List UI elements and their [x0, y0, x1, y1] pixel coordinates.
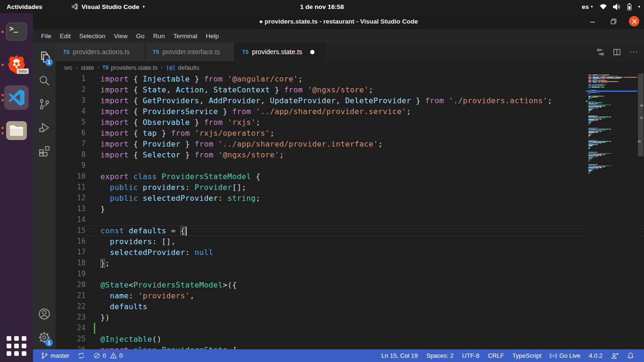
line-number[interactable]: 26	[56, 345, 86, 349]
code-line-12[interactable]: 12 public selectedProvider: string;	[56, 193, 644, 204]
status-notifications[interactable]	[624, 349, 637, 362]
status-errors[interactable]: 0	[90, 349, 107, 362]
more-actions-icon[interactable]: ···	[629, 48, 638, 56]
code-line-15[interactable]: 15 const defaults = {	[56, 225, 644, 236]
source-control-icon[interactable]	[33, 92, 56, 116]
menu-item-go[interactable]: Go	[132, 31, 149, 41]
line-number[interactable]: 16	[56, 236, 86, 247]
code-line-24[interactable]: 24	[56, 323, 644, 334]
title-bar[interactable]: ● providers.state.ts - restaurant - Visu…	[33, 13, 644, 29]
minimap[interactable]	[586, 74, 637, 349]
minimize-button[interactable]	[587, 16, 598, 26]
line-number[interactable]: 12	[56, 193, 86, 204]
settings-gear-icon[interactable]: 1	[33, 326, 56, 349]
line-number[interactable]: 11	[56, 182, 86, 193]
line-number[interactable]: 6	[56, 128, 86, 139]
menu-item-edit[interactable]: Edit	[56, 31, 75, 41]
status-encoding[interactable]: UTF-8	[459, 349, 483, 362]
scrollbar[interactable]	[637, 74, 644, 349]
split-editor-icon[interactable]	[613, 48, 621, 56]
code-line-23[interactable]: 23 })	[56, 312, 644, 323]
code-line-13[interactable]: 13 }	[56, 204, 644, 214]
line-number[interactable]: 2	[56, 84, 86, 95]
line-number[interactable]: 18	[56, 258, 86, 269]
account-icon[interactable]	[33, 302, 56, 326]
line-number[interactable]: 20	[56, 280, 86, 290]
line-number[interactable]: 22	[56, 301, 86, 312]
code-line-10[interactable]: 10 export class ProvidersStateModel {	[56, 171, 644, 182]
menu-item-run[interactable]: Run	[149, 31, 169, 41]
keyboard-layout-indicator[interactable]: es ▾	[582, 3, 593, 10]
code-line-8[interactable]: 8 import { Selector } from '@ngxs/store'…	[56, 149, 644, 160]
run-debug-icon[interactable]	[33, 116, 56, 140]
dock-item-terminal[interactable]: >_	[0, 17, 33, 46]
code-line-9[interactable]: 9	[56, 160, 644, 171]
code-line-11[interactable]: 11 public providers: Provider[];	[56, 182, 644, 193]
code-line-3[interactable]: 3 import { GetProviders, AddProvider, Up…	[56, 95, 644, 106]
system-tray[interactable]: ▾	[599, 3, 640, 11]
status-warnings[interactable]: 0	[109, 349, 126, 362]
line-number[interactable]: 21	[56, 290, 86, 301]
breadcrumb-providers-state-ts[interactable]: TSproviders.state.ts	[103, 64, 158, 71]
code-line-18[interactable]: 18 };	[56, 258, 644, 269]
menu-item-view[interactable]: View	[110, 31, 132, 41]
line-number[interactable]: 23	[56, 312, 86, 323]
line-number[interactable]: 1	[56, 74, 86, 84]
status-indentation[interactable]: Spaces: 2	[423, 349, 457, 362]
code-line-17[interactable]: 17 selectedProvider: null	[56, 247, 644, 258]
line-number[interactable]: 10	[56, 171, 86, 182]
line-number[interactable]: 3	[56, 95, 86, 106]
status-cursor-position[interactable]: Ln 15, Col 19	[378, 349, 421, 362]
code-line-20[interactable]: 20 @State<ProvidersStateModel>({	[56, 280, 644, 290]
status-eol[interactable]: CRLF	[485, 349, 507, 362]
clock[interactable]: 1 de nov 16:58	[300, 3, 344, 10]
line-number[interactable]: 19	[56, 269, 86, 280]
open-changes-icon[interactable]	[596, 48, 604, 56]
dirty-indicator-icon[interactable]	[310, 50, 314, 54]
code-line-19[interactable]: 19	[56, 269, 644, 280]
tab-providers-actions-ts[interactable]: TS providers.actions.ts	[56, 42, 145, 61]
activities-button[interactable]: Actividades	[0, 0, 49, 13]
line-number[interactable]: 4	[56, 106, 86, 117]
code-line-21[interactable]: 21 name: 'providers',	[56, 290, 644, 301]
code-line-22[interactable]: 22 defaults	[56, 301, 644, 312]
line-number[interactable]: 9	[56, 160, 86, 171]
menu-item-file[interactable]: File	[37, 31, 56, 41]
code-line-5[interactable]: 5 import { Observable } from 'rxjs';	[56, 117, 644, 128]
code-editor[interactable]: 1 import { Injectable } from '@angular/c…	[56, 74, 644, 349]
status-sync[interactable]	[74, 349, 88, 362]
status-version[interactable]: 4.0.2	[586, 349, 606, 362]
line-number[interactable]: 17	[56, 247, 86, 258]
dock-item-files[interactable]	[0, 116, 33, 145]
line-number[interactable]: 15	[56, 225, 86, 236]
code-line-4[interactable]: 4 import { ProvidersService } from '../a…	[56, 106, 644, 117]
code-line-7[interactable]: 7 import { Provider } from '../app/share…	[56, 139, 644, 149]
code-line-16[interactable]: 16 providers: [],	[56, 236, 644, 247]
dock-item-brave-beta[interactable]: beta	[0, 50, 33, 79]
breadcrumb-defaults[interactable]: [@]defaults	[166, 64, 199, 71]
scrollbar-thumb[interactable]	[638, 74, 644, 156]
code-line-6[interactable]: 6 import { tap } from 'rxjs/operators';	[56, 128, 644, 139]
breadcrumb-src[interactable]: src	[64, 64, 72, 71]
search-icon[interactable]	[33, 69, 56, 92]
code-line-26[interactable]: 26 export class ProvidersState {	[56, 345, 644, 349]
dock-item-vscode[interactable]	[0, 83, 33, 112]
code-line-2[interactable]: 2 import { State, Action, StateContext }…	[56, 84, 644, 95]
line-number[interactable]: 13	[56, 204, 86, 214]
line-number[interactable]: 7	[56, 139, 86, 149]
code-line-25[interactable]: 25 @Injectable()	[56, 334, 644, 345]
line-number[interactable]: 5	[56, 117, 86, 128]
status-branch[interactable]: master	[38, 349, 73, 362]
line-number[interactable]: 25	[56, 334, 86, 345]
app-indicator[interactable]: Visual Studio Code ▾	[71, 3, 145, 10]
menu-item-terminal[interactable]: Terminal	[169, 31, 201, 41]
close-button[interactable]	[629, 16, 639, 26]
menu-item-help[interactable]: Help	[201, 31, 223, 41]
extensions-icon[interactable]	[33, 140, 56, 163]
show-applications-button[interactable]	[0, 333, 33, 359]
code-line-1[interactable]: 1 import { Injectable } from '@angular/c…	[56, 74, 644, 84]
tab-providers-state-ts[interactable]: TS providers.state.ts	[235, 42, 324, 61]
line-number[interactable]: 14	[56, 214, 86, 225]
breadcrumb-state[interactable]: state	[81, 64, 94, 71]
line-number[interactable]: 8	[56, 149, 86, 160]
